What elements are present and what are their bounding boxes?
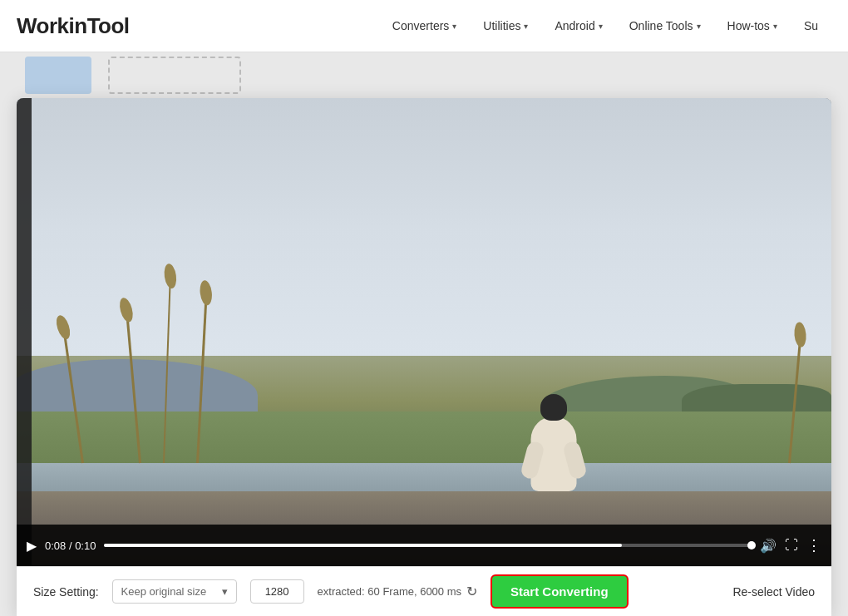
person-arm-right (562, 440, 588, 480)
bg-card-outline (108, 57, 241, 94)
size-setting-label: Size Setting: (33, 585, 99, 599)
bottom-toolbar: Size Setting: Keep original size ▾ extra… (17, 566, 831, 616)
how-tos-chevron-icon: ▾ (773, 22, 777, 31)
extracted-info: extracted: 60 Frame, 6000 ms ↻ (318, 584, 477, 599)
start-converting-button[interactable]: Start Converting (491, 574, 629, 609)
online-tools-chevron-icon: ▾ (697, 22, 701, 31)
person-figure (520, 383, 587, 491)
size-select[interactable]: Keep original size ▾ (112, 579, 237, 604)
nav-converters[interactable]: Converters ▾ (379, 19, 470, 32)
nav-android[interactable]: Android ▾ (541, 19, 615, 32)
video-controls: ▶ 0:08 / 0:10 🔊 ⛶ ⋮ (17, 525, 831, 566)
person-head (540, 394, 567, 421)
more-options-icon[interactable]: ⋮ (806, 536, 821, 554)
left-edge-overlay (17, 98, 32, 566)
fullscreen-icon[interactable]: ⛶ (785, 538, 798, 553)
size-width-input[interactable] (250, 579, 304, 604)
nav-utilities[interactable]: Utilities ▾ (470, 19, 541, 32)
nav-online-tools[interactable]: Online Tools ▾ (616, 19, 714, 32)
nav-how-tos[interactable]: How-tos ▾ (714, 19, 791, 32)
video-scene (17, 98, 831, 566)
reselect-video-button[interactable]: Re-select Video (732, 585, 815, 599)
nav: Converters ▾ Utilities ▾ Android ▾ Onlin… (379, 19, 831, 32)
bg-top (0, 52, 848, 98)
logo: WorkinTool (17, 13, 130, 39)
header: WorkinTool Converters ▾ Utilities ▾ Andr… (0, 0, 848, 52)
play-button[interactable]: ▶ (27, 538, 37, 554)
converters-chevron-icon: ▾ (452, 22, 456, 31)
android-chevron-icon: ▾ (599, 22, 603, 31)
refresh-icon[interactable]: ↻ (466, 584, 477, 599)
video-modal: ▶ 0:08 / 0:10 🔊 ⛶ ⋮ Size Setting: Keep o… (17, 98, 831, 616)
utilities-chevron-icon: ▾ (524, 22, 528, 31)
volume-icon[interactable]: 🔊 (760, 538, 777, 554)
nav-su[interactable]: Su (791, 19, 831, 32)
person-body (531, 416, 577, 491)
person-arm-left (520, 440, 545, 480)
hills (17, 308, 831, 426)
progress-fill (104, 544, 622, 547)
video-area[interactable]: ▶ 0:08 / 0:10 🔊 ⛶ ⋮ (17, 98, 831, 566)
size-select-chevron-icon: ▾ (222, 585, 228, 598)
progress-bar[interactable] (104, 544, 752, 547)
page-background: ▶ 0:08 / 0:10 🔊 ⛶ ⋮ Size Setting: Keep o… (0, 52, 848, 616)
progress-dot (747, 541, 756, 549)
time-display: 0:08 / 0:10 (45, 540, 96, 552)
bg-card-blue (25, 57, 91, 94)
